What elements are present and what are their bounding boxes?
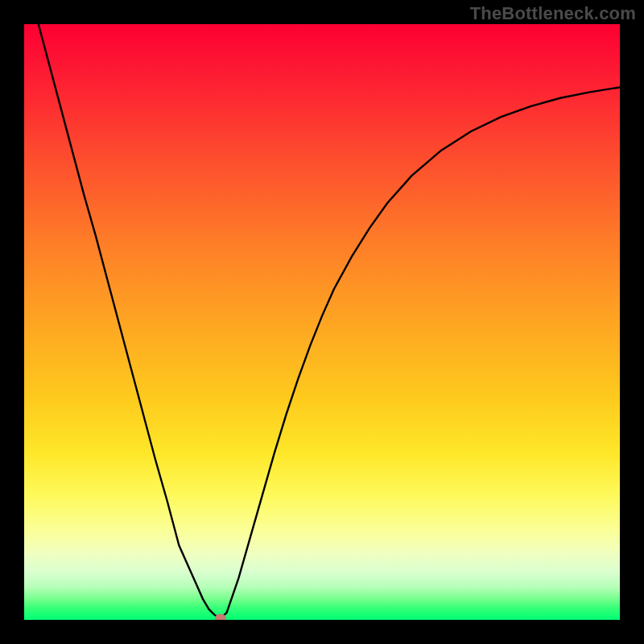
bottleneck-curve bbox=[24, 24, 620, 620]
curve-path bbox=[24, 24, 620, 618]
plot-area bbox=[24, 24, 620, 620]
chart-frame: TheBottleneck.com bbox=[0, 0, 644, 644]
watermark-label: TheBottleneck.com bbox=[470, 3, 636, 24]
minimum-marker bbox=[215, 613, 226, 620]
